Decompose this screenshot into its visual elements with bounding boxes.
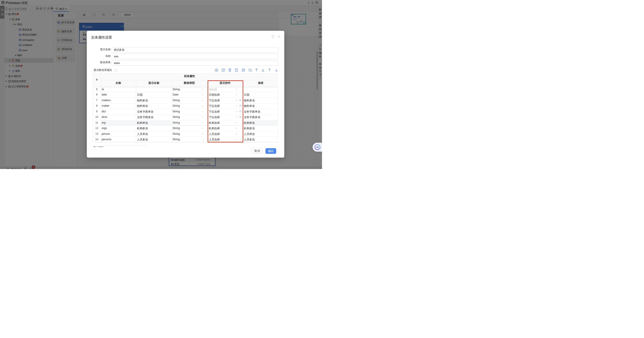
svg-text:Ai: Ai [316,146,319,149]
svg-text:AI: AI [216,69,217,71]
